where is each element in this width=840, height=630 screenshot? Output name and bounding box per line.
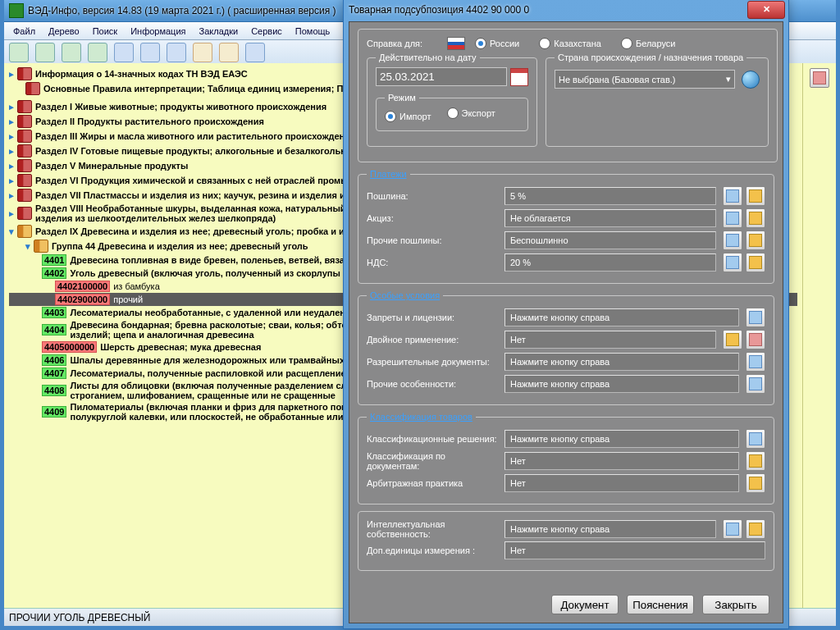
tb-6[interactable]: [140, 43, 160, 62]
date-input[interactable]: [376, 67, 507, 86]
duty-value: 5 %: [504, 187, 716, 205]
menu-file[interactable]: Файл: [7, 25, 41, 38]
btn-explanations[interactable]: Пояснения: [627, 595, 694, 614]
origin-legend: Страна происхождения / назначения товара: [555, 52, 746, 62]
code-4402[interactable]: 4402: [42, 267, 66, 279]
radio-russia[interactable]: России: [475, 38, 519, 49]
mode-legend: Режим: [385, 93, 419, 103]
btn-close[interactable]: Закрыть: [702, 595, 769, 614]
dual-value: Нет: [504, 331, 716, 349]
other-btn1[interactable]: [723, 231, 742, 250]
chevron-down-icon: ▾: [726, 74, 731, 84]
dialog-buttons: Документ Пояснения Закрыть: [354, 591, 778, 618]
globe-icon[interactable]: [742, 71, 760, 89]
rightpane: [802, 63, 836, 609]
ban-btn[interactable]: [746, 308, 765, 327]
tb-9[interactable]: [219, 43, 239, 62]
dialog: Товарная подсубпозиция 4402 90 000 0 ✕ С…: [343, 0, 789, 629]
fs-date: Действительно на дату Режим Импорт Экспо…: [367, 52, 537, 147]
dual-btn[interactable]: [723, 330, 742, 349]
doc-btn[interactable]: [746, 451, 765, 471]
code-4409[interactable]: 4409: [42, 406, 66, 418]
other-label: Прочие пошлины:: [367, 235, 498, 245]
menu-service[interactable]: Сервис: [245, 25, 288, 38]
code-4404[interactable]: 4404: [42, 324, 66, 336]
dialog-body: Справка для: России Казахстана Беларуси …: [349, 21, 783, 623]
code-4403[interactable]: 4403: [42, 307, 66, 318]
row-s7[interactable]: Раздел VII Пластмассы и изделия из них; …: [35, 190, 368, 200]
origin-combo[interactable]: Не выбрана (Базовая став.)▾: [555, 70, 735, 89]
dec-label: Классификационные решения:: [367, 434, 498, 444]
code-4408[interactable]: 4408: [42, 385, 66, 396]
dual-label: Двойное применение:: [367, 335, 498, 345]
row-s1[interactable]: Раздел I Живые животные; продукты животн…: [35, 102, 326, 112]
tb-5[interactable]: [114, 43, 134, 62]
menu-info[interactable]: Информация: [125, 25, 191, 38]
excise-btn2[interactable]: [746, 208, 765, 228]
excise-value: Не облагается: [504, 209, 716, 227]
rp-btn-1[interactable]: [810, 68, 829, 88]
ban-value: Нажмите кнопку справа: [504, 308, 739, 326]
duty-btn1[interactable]: [723, 186, 742, 206]
t44050[interactable]: Шерсть древесная; мука древесная: [100, 342, 261, 352]
ip-btn2[interactable]: [746, 519, 765, 539]
row-s5[interactable]: Раздел V Минеральные продукты: [35, 161, 188, 171]
fs-mode: Режим Импорт Экспорт: [376, 93, 528, 131]
tb-4[interactable]: [88, 43, 107, 62]
btn-document[interactable]: Документ: [551, 595, 619, 614]
code-4407[interactable]: 4407: [42, 368, 66, 379]
duty-btn2[interactable]: [746, 186, 765, 206]
vat-btn1[interactable]: [723, 253, 742, 272]
radio-export[interactable]: Экспорт: [447, 107, 495, 119]
other-btn2[interactable]: [746, 231, 765, 250]
excise-label: Акциз:: [367, 213, 498, 223]
arb-btn[interactable]: [746, 473, 765, 493]
misc-btn[interactable]: [746, 374, 765, 394]
calendar-icon[interactable]: [510, 68, 528, 86]
menu-search[interactable]: Поиск: [87, 25, 123, 38]
radio-import[interactable]: Импорт: [385, 111, 431, 122]
row-s2[interactable]: Раздел II Продукты растительного происхо…: [35, 116, 264, 126]
dialog-titlebar: Товарная подсубпозиция 4402 90 000 0 ✕: [344, 0, 788, 21]
row-info14[interactable]: Информация о 14-значных кодах ТН ВЭД ЕАЭ…: [35, 69, 248, 79]
t44029: прочий: [113, 294, 143, 304]
ip-btn1[interactable]: [723, 519, 742, 539]
unit-label: Доп.единицы измерения :: [367, 546, 498, 555]
ip-value: Нажмите кнопку справа: [504, 520, 716, 538]
other-value: Беспошлинно: [504, 231, 716, 249]
row-grp44[interactable]: Группа 44 Древесина и изделия из нее; др…: [52, 241, 308, 251]
ban-label: Запреты и лицензии:: [367, 313, 498, 322]
t4406[interactable]: Шпалы деревянные для железнодорожных или…: [70, 355, 372, 365]
dec-value: Нажмите кнопку справа: [504, 430, 739, 448]
payments-legend[interactable]: Платежи: [370, 169, 407, 179]
dialog-close-button[interactable]: ✕: [747, 1, 785, 19]
special-legend[interactable]: Особые условия: [370, 290, 440, 300]
radio-kazakhstan[interactable]: Казахстана: [539, 38, 601, 49]
tb-7[interactable]: [167, 43, 186, 62]
code-4402100000[interactable]: 4402100000: [55, 281, 110, 292]
vat-btn2[interactable]: [746, 253, 765, 272]
code-4406[interactable]: 4406: [42, 354, 66, 366]
arb-value: Нет: [504, 474, 739, 492]
tb-2[interactable]: [35, 43, 55, 62]
tb-3[interactable]: [62, 43, 81, 62]
date-legend: Действительно на дату: [376, 52, 480, 62]
excise-btn1[interactable]: [723, 208, 742, 228]
dual-btn2[interactable]: [746, 330, 765, 349]
code-4402900000[interactable]: 4402900000: [55, 294, 110, 305]
radio-belarus[interactable]: Беларуси: [621, 38, 676, 49]
misc-value: Нажмите кнопку справа: [504, 375, 739, 393]
menu-tree[interactable]: Дерево: [43, 25, 85, 38]
tb-10[interactable]: [245, 43, 265, 62]
dec-btn[interactable]: [746, 429, 765, 449]
class-legend[interactable]: Классификация товаров: [370, 412, 472, 422]
menu-help[interactable]: Помощь: [290, 25, 336, 38]
code-4401[interactable]: 4401: [42, 254, 66, 266]
menu-bookmarks[interactable]: Закладки: [194, 25, 244, 38]
tb-8[interactable]: [193, 43, 212, 62]
code-4405000000[interactable]: 4405000000: [42, 341, 97, 353]
fs-payments: Платежи Пошлина:5 % Акциз:Не облагается …: [358, 169, 774, 284]
t44021[interactable]: из бамбука: [113, 281, 160, 291]
tb-1[interactable]: [9, 43, 29, 62]
perm-btn[interactable]: [746, 352, 765, 372]
